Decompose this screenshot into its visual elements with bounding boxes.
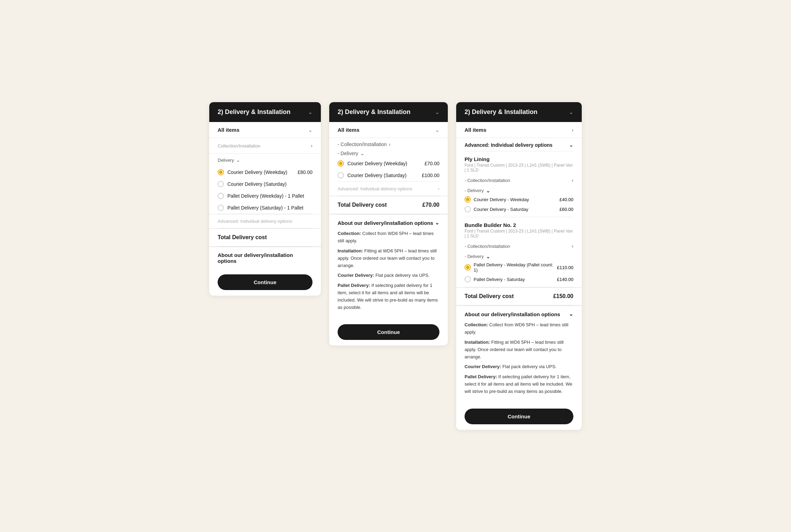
- card-1-about-header[interactable]: About our delivery/installation options: [218, 252, 312, 264]
- card-3-item-0-opt-0[interactable]: Courier Delivery - Weekday £40.00: [456, 195, 582, 204]
- card-2-delivery-header[interactable]: - Delivery ⌄: [329, 149, 448, 158]
- card-3-advanced-label: Advanced: Individual delivery options: [465, 142, 552, 148]
- card-1-total-label: Total Delivery cost: [218, 234, 267, 241]
- card-3-about-label: About our delivery/installation options: [465, 311, 560, 317]
- card-1-total-row: Total Delivery cost: [209, 228, 321, 246]
- card-3-all-items-row[interactable]: All items ›: [456, 122, 582, 138]
- card-3-all-items-chevron-icon: ›: [572, 127, 573, 133]
- card-2: 2) Delivery & Installation ⌄ All items ⌄…: [329, 102, 448, 345]
- card-2-continue-button[interactable]: Continue: [338, 324, 439, 340]
- card-1-delivery-header[interactable]: Delivery ⌄: [209, 154, 321, 166]
- card-3-item-1-radio-0[interactable]: [465, 264, 471, 271]
- page-wrapper: 2) Delivery & Installation ⌄ All items ⌄…: [151, 102, 640, 430]
- card-3-item-0-collection-label: - Collection/Installation: [465, 178, 510, 183]
- card-3-item-1-collection-chevron-icon: ›: [572, 243, 573, 249]
- card-2-radio-0[interactable]: [338, 160, 344, 167]
- card-1-radio-3[interactable]: [218, 205, 224, 211]
- card-3-item-1-title: Bundle Builder No. 2: [465, 222, 573, 228]
- card-3-advanced-row[interactable]: Advanced: Individual delivery options ⌄: [456, 138, 582, 151]
- card-3-about-courier: Courier Delivery: Flat pack delivery via…: [465, 363, 573, 371]
- card-1-option-2-label: Pallet Delivery (Weekday) - 1 Pallet: [227, 193, 312, 199]
- card-1-option-0[interactable]: Courier Delivery (Weekday) £80.00: [209, 166, 321, 178]
- card-3-about-chevron-icon: ⌄: [569, 311, 573, 317]
- card-3-item-0-delivery-header[interactable]: - Delivery ⌄: [456, 185, 582, 195]
- card-1-advanced-row: Advanced: Individual delivery options: [209, 214, 321, 228]
- card-3-item-1-opt-1[interactable]: Pallet Delivery - Saturday £140.00: [456, 274, 582, 284]
- card-3-item-0-delivery-chevron-icon: ⌄: [486, 187, 490, 194]
- card-2-body: All items ⌄ - Collection/Installation › …: [329, 122, 448, 340]
- card-2-chevron-icon[interactable]: ⌄: [435, 109, 439, 115]
- card-3-title: 2) Delivery & Installation: [465, 108, 537, 116]
- card-2-about-header[interactable]: About our delivery/installation options …: [338, 220, 439, 226]
- card-3-item-1-opt-1-price: £140.00: [557, 277, 573, 282]
- card-1-chevron-icon[interactable]: ⌄: [308, 109, 312, 115]
- card-1-option-1-label: Courier Delivery (Saturday): [227, 181, 312, 187]
- card-2-title: 2) Delivery & Installation: [338, 108, 410, 116]
- card-1-option-3-label: Pallet Delivery (Saturday) - 1 Pallet: [227, 205, 312, 211]
- card-1-delivery-label: Delivery: [218, 158, 234, 163]
- card-3-total-label: Total Delivery cost: [465, 293, 514, 299]
- card-3-item-0-opt-1[interactable]: Courier Delivery - Saturday £60.00: [456, 204, 582, 214]
- card-2-header: 2) Delivery & Installation ⌄: [329, 102, 448, 122]
- card-3-about-section: About our delivery/installation options …: [456, 306, 582, 403]
- card-3-item-1-collection-label: - Collection/Installation: [465, 244, 510, 249]
- card-1-option-2[interactable]: Pallet Delivery (Weekday) - 1 Pallet: [209, 190, 321, 202]
- card-2-advanced-row[interactable]: Advanced: Individual delivery options ›: [329, 182, 448, 196]
- card-1-radio-1[interactable]: [218, 181, 224, 187]
- card-1-header: 2) Delivery & Installation ⌄: [209, 102, 321, 122]
- card-3-chevron-icon[interactable]: ⌄: [569, 109, 573, 115]
- card-2-radio-1[interactable]: [338, 172, 344, 178]
- card-1-continue-button[interactable]: Continue: [218, 274, 312, 290]
- card-2-advanced-label: Advanced: Individual delivery options: [338, 186, 412, 191]
- card-3-item-0-radio-1[interactable]: [465, 206, 471, 212]
- card-1-all-items-row[interactable]: All items ⌄: [209, 122, 321, 138]
- card-1-about-section: About our delivery/installation options: [209, 247, 321, 269]
- card-1-title: 2) Delivery & Installation: [218, 108, 291, 116]
- card-2-collection-label: - Collection/Installation: [338, 142, 387, 147]
- card-3-item-0-opt-1-price: £60.00: [559, 207, 573, 212]
- card-3-item-1-delivery-header[interactable]: - Delivery ⌄: [456, 251, 582, 260]
- card-3-item-1: Bundle Builder No. 2 Ford | Transit Cust…: [456, 217, 582, 241]
- card-3-item-0-collection-row[interactable]: - Collection/Installation ›: [456, 175, 582, 185]
- card-1-option-1[interactable]: Courier Delivery (Saturday): [209, 178, 321, 190]
- card-3-about-collection: Collection: Collect from WD6 5PH – lead …: [465, 321, 573, 336]
- card-3-item-1-subtitle: Ford | Transit Custom | 2013-23 | L1H1 (…: [465, 229, 573, 238]
- card-1-option-3[interactable]: Pallet Delivery (Saturday) - 1 Pallet: [209, 202, 321, 214]
- card-3-item-0-radio-0[interactable]: [465, 196, 471, 203]
- card-3-body: All items › Advanced: Individual deliver…: [456, 122, 582, 424]
- card-3-item-0-title: Ply Lining: [465, 156, 573, 162]
- card-2-delivery-label: - Delivery: [338, 151, 358, 156]
- card-2-about-content: Collection: Collect from WD6 5PH – lead …: [338, 230, 439, 311]
- card-2-option-1-price: £100.00: [422, 173, 439, 178]
- card-2-option-0[interactable]: Courier Delivery (Weekday) £70.00: [329, 158, 448, 169]
- card-3-item-1-opt-0-price: £110.00: [557, 265, 573, 270]
- card-2-all-items-row[interactable]: All items ⌄: [329, 122, 448, 138]
- card-2-total-row: Total Delivery cost £70.00: [329, 196, 448, 214]
- card-1-radio-2[interactable]: [218, 193, 224, 199]
- card-3-item-0-subtitle: Ford | Transit Custom | 2013-23 | L1H1 (…: [465, 163, 573, 173]
- card-2-collection-row[interactable]: - Collection/Installation ›: [329, 138, 448, 149]
- card-3-item-1-collection-row[interactable]: - Collection/Installation ›: [456, 241, 582, 251]
- card-3-item-1-opt-1-label: Pallet Delivery - Saturday: [474, 277, 554, 282]
- card-2-delivery-chevron-icon: ⌄: [360, 151, 364, 156]
- card-2-option-0-price: £70.00: [424, 161, 439, 166]
- card-3-about-header[interactable]: About our delivery/installation options …: [465, 311, 573, 317]
- card-3-about-installation: Installation: Fitting at WD6 5PH – lead …: [465, 339, 573, 360]
- card-1-radio-0[interactable]: [218, 169, 224, 175]
- card-3-advanced-chevron-icon: ⌄: [569, 142, 573, 148]
- card-3-header: 2) Delivery & Installation ⌄: [456, 102, 582, 122]
- card-3-item-1-opt-0[interactable]: Pallet Delivery - Weekday (Pallet count:…: [456, 260, 582, 274]
- card-3: 2) Delivery & Installation ⌄ All items ›…: [456, 102, 582, 430]
- card-2-option-1[interactable]: Courier Delivery (Saturday) £100.00: [329, 169, 448, 181]
- card-3-item-1-radio-1[interactable]: [465, 276, 471, 282]
- card-2-total-label: Total Delivery cost: [338, 202, 387, 208]
- card-1-collection-row[interactable]: Collection/Installation ›: [209, 138, 321, 154]
- card-2-total-price: £70.00: [422, 202, 439, 208]
- card-3-continue-button[interactable]: Continue: [465, 409, 573, 424]
- card-3-item-0-collection-chevron-icon: ›: [572, 177, 573, 183]
- card-2-about-section: About our delivery/installation options …: [329, 214, 448, 319]
- card-2-about-courier: Courier Delivery: Flat pack delivery via…: [338, 272, 439, 279]
- card-3-total-row: Total Delivery cost £150.00: [456, 287, 582, 305]
- card-1-collection-chevron-icon: ›: [311, 143, 312, 149]
- card-1: 2) Delivery & Installation ⌄ All items ⌄…: [209, 102, 321, 296]
